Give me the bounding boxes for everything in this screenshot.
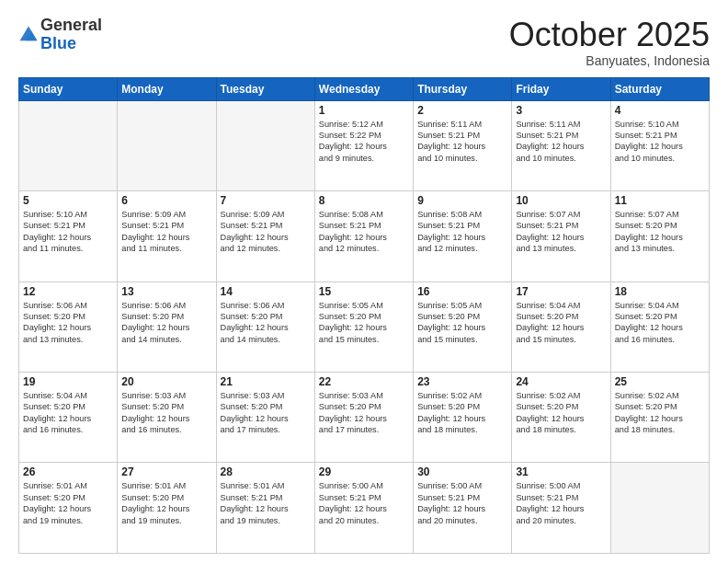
cell-text: Sunrise: 5:12 AMSunset: 5:22 PMDaylight:…	[319, 119, 409, 165]
cell-text: Sunrise: 5:07 AMSunset: 5:21 PMDaylight:…	[516, 209, 606, 255]
calendar-cell: 13Sunrise: 5:06 AMSunset: 5:20 PMDayligh…	[118, 282, 216, 372]
day-number: 26	[23, 465, 113, 478]
location: Banyuates, Indonesia	[509, 53, 710, 68]
day-number: 14	[221, 285, 311, 298]
cell-text: Sunrise: 5:06 AMSunset: 5:20 PMDaylight:…	[221, 300, 311, 346]
cell-text: Sunrise: 5:10 AMSunset: 5:21 PMDaylight:…	[23, 209, 113, 255]
calendar-cell: 7Sunrise: 5:09 AMSunset: 5:21 PMDaylight…	[216, 191, 314, 282]
day-number: 22	[319, 375, 409, 388]
logo-general-text: General	[40, 16, 102, 34]
calendar-cell: 19Sunrise: 5:04 AMSunset: 5:20 PMDayligh…	[19, 373, 118, 463]
logo-blue-text: Blue	[40, 34, 76, 52]
cell-text: Sunrise: 5:11 AMSunset: 5:21 PMDaylight:…	[417, 119, 507, 165]
page: General Blue October 2025 Banyuates, Ind…	[0, 0, 728, 563]
day-number: 15	[319, 285, 409, 298]
weekday-header-saturday: Saturday	[610, 77, 709, 100]
day-number: 28	[221, 465, 311, 478]
cell-text: Sunrise: 5:09 AMSunset: 5:21 PMDaylight:…	[221, 209, 311, 255]
calendar-cell: 5Sunrise: 5:10 AMSunset: 5:21 PMDaylight…	[19, 191, 118, 282]
weekday-header-friday: Friday	[512, 77, 610, 100]
month-title: October 2025	[509, 17, 710, 53]
day-number: 21	[221, 375, 311, 388]
calendar-cell: 1Sunrise: 5:12 AMSunset: 5:22 PMDaylight…	[314, 100, 413, 190]
calendar-cell: 27Sunrise: 5:01 AMSunset: 5:20 PMDayligh…	[118, 463, 216, 554]
calendar-cell	[216, 100, 314, 190]
calendar-cell: 10Sunrise: 5:07 AMSunset: 5:21 PMDayligh…	[512, 191, 610, 282]
day-number: 23	[417, 375, 507, 388]
day-number: 24	[516, 375, 606, 388]
calendar-cell: 20Sunrise: 5:03 AMSunset: 5:20 PMDayligh…	[118, 373, 216, 463]
day-number: 31	[516, 465, 606, 478]
title-block: October 2025 Banyuates, Indonesia	[509, 17, 710, 68]
logo: General Blue	[18, 17, 102, 53]
calendar-cell: 26Sunrise: 5:01 AMSunset: 5:20 PMDayligh…	[19, 463, 118, 554]
cell-text: Sunrise: 5:08 AMSunset: 5:21 PMDaylight:…	[319, 209, 409, 255]
day-number: 17	[516, 285, 606, 298]
calendar-cell	[610, 463, 709, 554]
cell-text: Sunrise: 5:09 AMSunset: 5:21 PMDaylight:…	[121, 209, 211, 255]
cell-text: Sunrise: 5:08 AMSunset: 5:21 PMDaylight:…	[417, 209, 507, 255]
calendar-table: SundayMondayTuesdayWednesdayThursdayFrid…	[18, 77, 710, 554]
weekday-header-monday: Monday	[118, 77, 216, 100]
calendar-cell: 28Sunrise: 5:01 AMSunset: 5:21 PMDayligh…	[216, 463, 314, 554]
logo-icon	[18, 25, 39, 45]
cell-text: Sunrise: 5:03 AMSunset: 5:20 PMDaylight:…	[221, 390, 311, 436]
calendar-cell: 31Sunrise: 5:00 AMSunset: 5:21 PMDayligh…	[512, 463, 610, 554]
week-row-0: 1Sunrise: 5:12 AMSunset: 5:22 PMDaylight…	[19, 100, 710, 190]
week-row-3: 19Sunrise: 5:04 AMSunset: 5:20 PMDayligh…	[19, 373, 710, 463]
cell-text: Sunrise: 5:04 AMSunset: 5:20 PMDaylight:…	[23, 390, 113, 436]
calendar-cell: 2Sunrise: 5:11 AMSunset: 5:21 PMDaylight…	[414, 100, 512, 190]
cell-text: Sunrise: 5:03 AMSunset: 5:20 PMDaylight:…	[319, 390, 409, 436]
weekday-header-thursday: Thursday	[414, 77, 512, 100]
weekday-header-sunday: Sunday	[19, 77, 118, 100]
week-row-4: 26Sunrise: 5:01 AMSunset: 5:20 PMDayligh…	[19, 463, 710, 554]
day-number: 1	[319, 104, 409, 117]
cell-text: Sunrise: 5:02 AMSunset: 5:20 PMDaylight:…	[516, 390, 606, 436]
cell-text: Sunrise: 5:05 AMSunset: 5:20 PMDaylight:…	[319, 300, 409, 346]
day-number: 25	[615, 375, 705, 388]
cell-text: Sunrise: 5:02 AMSunset: 5:20 PMDaylight:…	[417, 390, 507, 436]
cell-text: Sunrise: 5:01 AMSunset: 5:20 PMDaylight:…	[121, 480, 211, 526]
day-number: 5	[23, 194, 113, 207]
calendar-cell: 30Sunrise: 5:00 AMSunset: 5:21 PMDayligh…	[414, 463, 512, 554]
weekday-header-wednesday: Wednesday	[314, 77, 413, 100]
calendar-cell: 24Sunrise: 5:02 AMSunset: 5:20 PMDayligh…	[512, 373, 610, 463]
calendar-cell: 6Sunrise: 5:09 AMSunset: 5:21 PMDaylight…	[118, 191, 216, 282]
calendar-cell: 21Sunrise: 5:03 AMSunset: 5:20 PMDayligh…	[216, 373, 314, 463]
cell-text: Sunrise: 5:00 AMSunset: 5:21 PMDaylight:…	[516, 480, 606, 526]
cell-text: Sunrise: 5:05 AMSunset: 5:20 PMDaylight:…	[417, 300, 507, 346]
cell-text: Sunrise: 5:06 AMSunset: 5:20 PMDaylight:…	[121, 300, 211, 346]
weekday-header-row: SundayMondayTuesdayWednesdayThursdayFrid…	[19, 77, 710, 100]
calendar-cell: 17Sunrise: 5:04 AMSunset: 5:20 PMDayligh…	[512, 282, 610, 372]
day-number: 11	[615, 194, 705, 207]
calendar-cell: 8Sunrise: 5:08 AMSunset: 5:21 PMDaylight…	[314, 191, 413, 282]
calendar-cell	[118, 100, 216, 190]
day-number: 6	[121, 194, 211, 207]
calendar-cell: 11Sunrise: 5:07 AMSunset: 5:20 PMDayligh…	[610, 191, 709, 282]
cell-text: Sunrise: 5:07 AMSunset: 5:20 PMDaylight:…	[615, 209, 705, 255]
day-number: 18	[615, 285, 705, 298]
cell-text: Sunrise: 5:03 AMSunset: 5:20 PMDaylight:…	[121, 390, 211, 436]
day-number: 2	[417, 104, 507, 117]
week-row-2: 12Sunrise: 5:06 AMSunset: 5:20 PMDayligh…	[19, 282, 710, 372]
day-number: 29	[319, 465, 409, 478]
calendar-cell: 3Sunrise: 5:11 AMSunset: 5:21 PMDaylight…	[512, 100, 610, 190]
weekday-header-tuesday: Tuesday	[216, 77, 314, 100]
cell-text: Sunrise: 5:00 AMSunset: 5:21 PMDaylight:…	[319, 480, 409, 526]
day-number: 7	[221, 194, 311, 207]
cell-text: Sunrise: 5:00 AMSunset: 5:21 PMDaylight:…	[417, 480, 507, 526]
cell-text: Sunrise: 5:04 AMSunset: 5:20 PMDaylight:…	[516, 300, 606, 346]
cell-text: Sunrise: 5:11 AMSunset: 5:21 PMDaylight:…	[516, 119, 606, 165]
day-number: 12	[23, 285, 113, 298]
calendar-cell: 16Sunrise: 5:05 AMSunset: 5:20 PMDayligh…	[414, 282, 512, 372]
day-number: 16	[417, 285, 507, 298]
cell-text: Sunrise: 5:10 AMSunset: 5:21 PMDaylight:…	[615, 119, 705, 165]
week-row-1: 5Sunrise: 5:10 AMSunset: 5:21 PMDaylight…	[19, 191, 710, 282]
calendar-cell: 14Sunrise: 5:06 AMSunset: 5:20 PMDayligh…	[216, 282, 314, 372]
day-number: 3	[516, 104, 606, 117]
cell-text: Sunrise: 5:01 AMSunset: 5:21 PMDaylight:…	[221, 480, 311, 526]
calendar-cell: 12Sunrise: 5:06 AMSunset: 5:20 PMDayligh…	[19, 282, 118, 372]
day-number: 20	[121, 375, 211, 388]
cell-text: Sunrise: 5:01 AMSunset: 5:20 PMDaylight:…	[23, 480, 113, 526]
cell-text: Sunrise: 5:02 AMSunset: 5:20 PMDaylight:…	[615, 390, 705, 436]
